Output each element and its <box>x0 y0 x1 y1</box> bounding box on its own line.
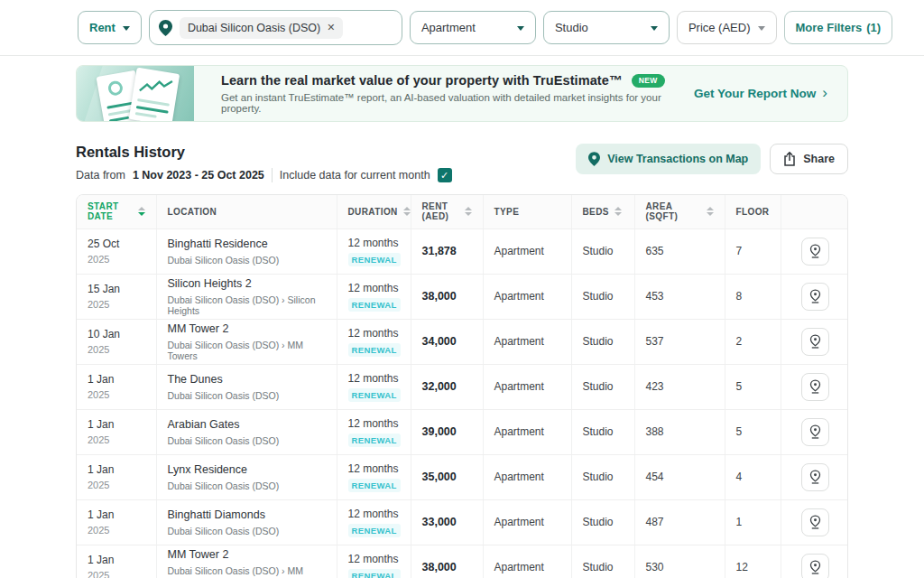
view-on-map-button[interactable] <box>801 554 829 578</box>
renewal-badge: RENEWAL <box>348 343 401 357</box>
purpose-dropdown[interactable]: Rent <box>78 11 142 44</box>
column-header[interactable]: TYPE <box>483 195 571 228</box>
location-chip-label: Dubai Silicon Oasis (DSO) <box>188 22 320 34</box>
location-chip[interactable]: Dubai Silicon Oasis (DSO) ✕ <box>180 17 343 39</box>
column-header[interactable]: START DATE <box>77 195 156 228</box>
beds-dropdown[interactable]: Studio <box>543 11 670 44</box>
start-date-cell: 10 Jan 2025 <box>77 319 156 364</box>
beds-cell: Studio <box>571 274 634 319</box>
rent-cell: 35,000 <box>411 454 483 499</box>
start-date-cell: 1 Jan 2025 <box>77 454 156 499</box>
sort-icon[interactable] <box>465 207 472 216</box>
renewal-badge: RENEWAL <box>348 388 401 402</box>
actions-cell <box>781 274 848 319</box>
table-row: 25 Oct 2025 Binghatti Residence Dubai Si… <box>77 228 848 274</box>
chevron-right-icon: › <box>822 84 827 102</box>
type-cell: Apartment <box>483 319 571 364</box>
purpose-label: Rent <box>89 21 116 34</box>
actions-cell <box>781 499 848 545</box>
rent-cell: 33,000 <box>411 499 483 545</box>
table-row: 1 Jan 2025 Binghatti Diamonds Dubai Sili… <box>77 499 848 545</box>
rent-cell: 32,000 <box>411 364 483 409</box>
chevron-down-icon <box>517 26 524 31</box>
area-cell: 453 <box>634 274 725 319</box>
beds-cell: Studio <box>571 499 634 545</box>
actions-cell <box>781 364 848 409</box>
type-cell: Apartment <box>483 454 571 499</box>
truestimate-banner[interactable]: Learn the real market value of your prop… <box>76 65 848 122</box>
beds-cell: Studio <box>571 364 634 409</box>
start-date-cell: 1 Jan 2025 <box>77 499 156 545</box>
column-header[interactable]: AREA (SQFT) <box>634 195 725 228</box>
sort-icon[interactable] <box>403 207 411 216</box>
banner-subtitle: Get an instant TruEstimate™ report, an A… <box>221 92 694 114</box>
divider <box>272 168 273 182</box>
renewal-badge: RENEWAL <box>348 569 401 578</box>
floor-cell: 5 <box>725 364 781 409</box>
area-cell: 530 <box>634 545 725 578</box>
more-filters-button[interactable]: More Filters (1) <box>784 11 893 44</box>
actions-cell <box>781 454 848 499</box>
map-pin-icon <box>809 244 821 258</box>
duration-cell: 12 months RENEWAL <box>337 364 411 409</box>
map-pin-icon <box>809 470 821 484</box>
new-badge: NEW <box>632 74 665 88</box>
beds-cell: Studio <box>571 545 634 578</box>
sort-icon[interactable] <box>614 207 622 216</box>
sort-icon[interactable] <box>138 207 145 216</box>
price-label: Price (AED) <box>688 21 751 34</box>
renewal-badge: RENEWAL <box>348 253 401 266</box>
view-on-map-button[interactable] <box>801 463 829 491</box>
view-on-map-button[interactable] <box>801 283 829 311</box>
banner-title: Learn the real market value of your prop… <box>221 73 694 88</box>
view-on-map-button[interactable] <box>801 238 829 266</box>
share-icon <box>783 152 796 166</box>
start-date-cell: 25 Oct 2025 <box>77 228 156 274</box>
actions-cell <box>781 319 848 364</box>
property-type-dropdown[interactable]: Apartment <box>410 11 536 44</box>
renewal-badge: RENEWAL <box>348 298 401 312</box>
column-header[interactable]: RENT (AED) <box>411 195 483 228</box>
column-header[interactable]: BEDS <box>571 195 634 228</box>
chevron-down-icon <box>651 26 658 31</box>
view-on-map-button[interactable] <box>801 373 829 401</box>
map-pin-icon <box>809 379 821 394</box>
table-header-row: START DATE LOCATION DURATION RENT (AED) <box>77 195 848 228</box>
renewal-badge: RENEWAL <box>348 479 401 492</box>
sort-icon[interactable] <box>707 207 714 216</box>
start-date-cell: 1 Jan 2025 <box>77 364 156 409</box>
banner-illustration <box>77 66 194 121</box>
get-report-link[interactable]: Get Your Report Now › <box>694 86 827 102</box>
floor-cell: 8 <box>725 274 781 319</box>
duration-cell: 12 months RENEWAL <box>337 545 411 578</box>
share-button[interactable]: Share <box>770 144 848 174</box>
location-pin-icon <box>159 20 172 36</box>
filter-bar: Rent Dubai Silicon Oasis (DSO) ✕ Apartme… <box>0 0 924 56</box>
property-type-label: Apartment <box>421 21 476 34</box>
column-header[interactable]: LOCATION <box>156 195 337 228</box>
price-dropdown[interactable]: Price (AED) <box>677 11 777 44</box>
column-header[interactable]: DURATION <box>337 195 411 228</box>
include-current-month-checkbox[interactable]: ✓ <box>438 168 452 182</box>
rent-cell: 38,000 <box>411 274 483 319</box>
type-cell: Apartment <box>483 228 571 274</box>
location-cell: MM Tower 2 Dubai Silicon Oasis (DSO) › M… <box>156 319 337 364</box>
view-on-map-button[interactable] <box>801 328 829 356</box>
date-range: 1 Nov 2023 - 25 Oct 2025 <box>133 169 264 182</box>
location-cell: Binghatti Residence Dubai Silicon Oasis … <box>156 228 337 274</box>
location-search-field[interactable]: Dubai Silicon Oasis (DSO) ✕ <box>149 10 402 45</box>
renewal-badge: RENEWAL <box>348 434 401 447</box>
map-pin-icon <box>809 334 821 349</box>
view-on-map-button[interactable] <box>801 508 829 536</box>
type-cell: Apartment <box>483 499 571 545</box>
start-date-cell: 15 Jan 2025 <box>77 274 156 319</box>
view-transactions-map-button[interactable]: View Transactions on Map <box>576 144 761 174</box>
map-pin-icon <box>809 289 821 303</box>
map-pin-icon <box>588 152 600 166</box>
close-icon[interactable]: ✕ <box>327 22 335 33</box>
area-cell: 635 <box>634 228 725 274</box>
table-row: 1 Jan 2025 MM Tower 2 Dubai Silicon Oasi… <box>77 545 848 578</box>
rent-cell: 31,878 <box>411 228 483 274</box>
column-header[interactable]: FLOOR <box>725 195 781 228</box>
view-on-map-button[interactable] <box>801 418 829 446</box>
